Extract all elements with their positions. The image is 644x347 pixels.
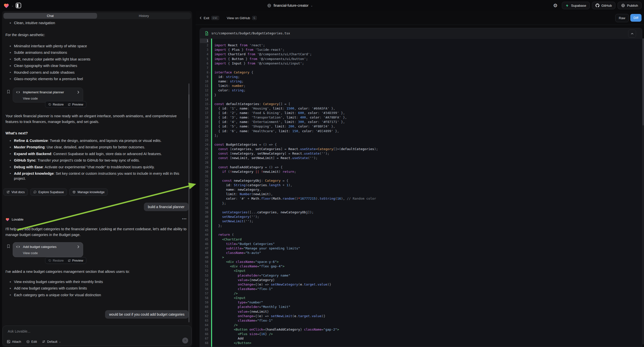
bookmark-icon[interactable] [7,244,10,248]
preview-button[interactable]: Preview [68,259,83,262]
bullet-item: View existing budget categories with the… [6,279,187,284]
line-content: id: string; [211,75,240,79]
publish-button[interactable]: Publish [618,2,642,9]
fold-chevron-icon[interactable]: ⌄ [208,165,211,170]
tab-chat[interactable]: Chat [4,13,97,19]
preview-button[interactable]: Preview [68,103,83,106]
line-number: 9 [200,75,208,79]
fold-chevron-icon[interactable]: ⌄ [208,142,211,147]
bullet-item: Minimalist interface with plenty of whit… [6,44,187,48]
line-number: 62 [200,314,208,318]
bullet-item: Add new budget categories with custom li… [6,286,187,291]
external-link-icon [6,190,10,194]
code-line: 16 ⌄ { id: '1', name: 'Housing', limit: … [200,106,642,111]
sidebar-toggle-icon[interactable] [16,3,21,8]
line-number: 46 [200,242,208,246]
attach-button[interactable]: Attach [7,340,21,344]
code-editor[interactable]: 1 ⌄ 2 ⌄ import React from 'react'; 3 ⌄ i… [200,38,642,347]
external-link-icon [68,259,71,262]
line-content: const [categories, setCategories] = Reac… [211,147,378,151]
message-more-menu-icon[interactable]: ••• [182,216,187,221]
user-message-add-budget-categories: would be cool if you could add budget ca… [105,310,188,318]
line-content: name: string; [211,79,244,84]
edit-mode-button[interactable]: Edit [26,340,37,344]
line-number: 32 [200,178,208,183]
line-content: import { Button } from '@/components/ui/… [211,57,308,61]
manage-knowledge-button[interactable]: Manage knowledge [69,188,108,196]
code-line: 25 ⌄ const [categories, setCategories] =… [200,147,642,151]
line-number: 68 [200,341,208,345]
item-rest: : Tweak the design, animations, and layo… [48,139,162,143]
publish-label: Publish [627,4,638,8]
line-number: 24 [200,142,208,147]
line-number: 21 [200,129,208,134]
line-content: type="number" [211,300,263,305]
fold-chevron-icon[interactable]: ⌄ [208,70,211,75]
file-path-bar[interactable]: src/components/budget/BudgetCategories.t… [200,28,642,38]
supabase-button[interactable]: Supabase [562,2,590,9]
diff-tab[interactable]: Diff [630,14,642,22]
file-path: src/components/budget/BudgetCategories.t… [211,31,290,35]
lovable-logo-icon[interactable] [4,3,9,8]
visit-docs-button[interactable]: Visit docs [3,188,28,196]
line-number: 4 [200,52,208,56]
line-number: 15 [200,102,208,106]
github-octocat-icon [596,4,600,8]
code-scrollbar[interactable] [642,38,644,126]
code-line: 59 ⌄ type="number" [200,300,642,305]
bookmark-icon[interactable] [7,90,10,94]
code-line: 42 ⌄ }; [200,224,642,228]
item-lead: Expand with Backend [14,152,51,156]
line-content: <div className="space-y-6"> [211,260,278,264]
line-number: 52 [200,268,208,273]
code-line: 19 ⌄ { id: '4', name: 'Entertainment', l… [200,120,642,124]
raw-tab[interactable]: Raw [615,14,629,22]
restore-button[interactable]: Restore [48,103,64,106]
chat-scrollbar[interactable] [188,84,190,322]
line-content: className="flex-1" [211,287,273,291]
explore-supabase-button[interactable]: Explore Supabase [30,188,67,196]
view-code-link[interactable]: View code [23,96,38,100]
version-card-add-budget-categories[interactable]: Add budget categories View code [13,242,83,257]
code-line: 64 ⌄ /> [200,323,642,327]
code-line: 30 ⌄ if (!newCategory || !newLimit) retu… [200,170,642,174]
code-line: 58 ⌄ <Input [200,296,642,300]
view-code-link[interactable]: View code [23,251,38,255]
code-line: 27 ⌄ const [newLimit, setNewLimit] = Rea… [200,156,642,160]
whats-next-item: Debug with Ease: Activate our experiment… [6,164,190,170]
line-content: { id: '2', name: 'Food & Dining', limit:… [211,111,345,115]
edit-target-icon [26,340,30,344]
view-on-github-button[interactable]: View on GitHub G [227,11,257,25]
model-selector[interactable]: Default ⌄ [42,340,61,344]
line-number: 51 [200,264,208,268]
line-number: 14 [200,97,208,102]
line-number: 28 [200,160,208,165]
line-content: <div className="flex gap-4"> [211,264,284,268]
preview-label: Preview [72,259,83,262]
added-bullet-list: View existing budget categories with the… [6,279,187,299]
line-number: 17 [200,111,208,115]
send-button[interactable] [182,338,188,344]
chat-input-box[interactable]: Ask Lovable... Attach Edit Default ⌄ [2,326,192,346]
whats-next-item: Refine & Customize: Tweak the design, an… [6,138,190,143]
line-number: 48 [200,251,208,255]
line-number: 50 [200,260,208,264]
logo-chevron-down-icon[interactable]: ⌄ [12,4,14,7]
fold-chevron-icon[interactable]: ⌄ [208,178,211,183]
github-button[interactable]: GitHub [592,2,615,9]
exit-button[interactable]: Exit ESC [200,11,219,25]
project-switcher[interactable]: financial-future-creator ⌄ [267,0,313,11]
tab-history[interactable]: History [97,13,191,19]
version-card-implement-financial-planner[interactable]: Implement financial planner View code [13,88,83,102]
collapse-file-button[interactable] [628,30,636,38]
line-number: 60 [200,305,208,309]
restore-button[interactable]: Restore [48,259,64,262]
code-brackets-icon [16,245,20,248]
code-line: 24 ⌄ const BudgetCategories = () => { [200,142,642,147]
bullet-item: Clean typography with clear hierarchies [6,63,187,68]
settings-gear-icon[interactable]: ⚙ [551,2,560,10]
added-summary: I've added a new budget categories manag… [6,269,187,274]
code-line: 51 ⌄ <div className="flex gap-4"> [200,264,642,268]
code-line: 44 ⌄ return ( [200,232,642,237]
fold-chevron-icon[interactable]: ⌄ [208,102,211,106]
